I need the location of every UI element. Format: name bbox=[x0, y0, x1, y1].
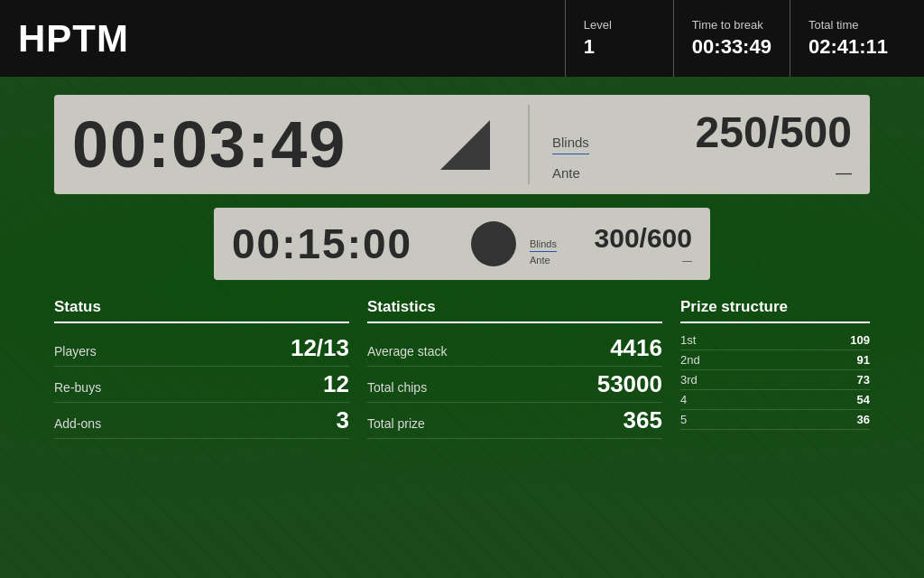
avg-stack-row: Average stack 4416 bbox=[367, 331, 662, 367]
blinds-value-large: 250/500 bbox=[695, 107, 852, 157]
time-to-break-stat: Time to break 00:33:49 bbox=[673, 0, 790, 77]
addons-row: Add-ons 3 bbox=[54, 403, 349, 439]
total-chips-value: 53000 bbox=[597, 370, 662, 398]
blinds-info-large: Blinds 250/500 Ante — bbox=[543, 107, 852, 182]
blinds-value-small: 300/600 bbox=[595, 223, 692, 254]
prize-section: Prize structure 1st1092nd913rd73454536 bbox=[680, 298, 870, 439]
prize-rows: 1st1092nd913rd73454536 bbox=[680, 331, 870, 430]
prize-amount-value: 36 bbox=[857, 413, 870, 426]
prize-place-label: 1st bbox=[680, 333, 696, 347]
app-title: HPTM bbox=[18, 17, 565, 61]
prize-row: 2nd91 bbox=[680, 350, 870, 370]
prize-amount-value: 73 bbox=[857, 373, 870, 387]
prize-title: Prize structure bbox=[680, 298, 870, 323]
total-prize-row: Total prize 365 bbox=[367, 403, 662, 439]
ante-row-large: Ante — bbox=[552, 163, 852, 182]
avg-stack-value: 4416 bbox=[610, 334, 662, 362]
rebuys-row: Re-buys 12 bbox=[54, 367, 349, 403]
blinds-label-small: Blinds bbox=[530, 238, 557, 252]
ante-label-small: Ante bbox=[530, 255, 550, 266]
blinds-info-small: Blinds 300/600 Ante — bbox=[530, 223, 692, 266]
ante-value-small: — bbox=[682, 255, 692, 266]
blinds-label-large: Blinds bbox=[552, 135, 589, 154]
players-label: Players bbox=[54, 344, 97, 359]
status-title: Status bbox=[54, 298, 349, 323]
vertical-divider bbox=[528, 105, 530, 184]
statistics-section: Statistics Average stack 4416 Total chip… bbox=[367, 298, 662, 439]
level-value: 1 bbox=[584, 35, 655, 59]
level-stat: Level 1 bbox=[565, 0, 673, 77]
main-content: 00:03:49 Blinds 250/500 Ante — 00:15:00 … bbox=[0, 77, 924, 457]
addons-value: 3 bbox=[337, 406, 349, 434]
total-time-label: Total time bbox=[808, 18, 888, 32]
header: HPTM Level 1 Time to break 00:33:49 Tota… bbox=[0, 0, 924, 77]
total-time-stat: Total time 02:41:11 bbox=[790, 0, 906, 77]
prize-amount-value: 109 bbox=[850, 333, 870, 347]
total-chips-row: Total chips 53000 bbox=[367, 367, 662, 403]
prize-row: 3rd73 bbox=[680, 370, 870, 390]
addons-label: Add-ons bbox=[54, 416, 101, 431]
ante-label-large: Ante bbox=[552, 165, 580, 181]
prize-row: 536 bbox=[680, 410, 870, 430]
total-prize-value: 365 bbox=[624, 406, 662, 434]
time-to-break-label: Time to break bbox=[692, 18, 772, 32]
players-row: Players 12/13 bbox=[54, 331, 349, 367]
rebuys-value: 12 bbox=[323, 370, 349, 398]
header-stats: Level 1 Time to break 00:33:49 Total tim… bbox=[565, 0, 906, 77]
timer-display-large: 00:03:49 bbox=[72, 107, 415, 182]
prize-place-label: 4 bbox=[680, 393, 687, 406]
players-value: 12/13 bbox=[291, 334, 349, 362]
timer-panel-small: 00:15:00 Blinds 300/600 Ante — bbox=[214, 208, 710, 280]
timer-icon-large bbox=[433, 113, 496, 176]
prize-place-label: 2nd bbox=[680, 353, 700, 367]
ante-row-small: Ante — bbox=[530, 255, 692, 266]
total-prize-label: Total prize bbox=[367, 416, 425, 431]
prize-amount-value: 91 bbox=[857, 353, 870, 367]
statistics-title: Statistics bbox=[367, 298, 662, 323]
prize-row: 1st109 bbox=[680, 331, 870, 350]
total-chips-label: Total chips bbox=[367, 380, 427, 395]
total-time-value: 02:41:11 bbox=[808, 35, 888, 59]
timer-panel-large: 00:03:49 Blinds 250/500 Ante — bbox=[54, 95, 870, 194]
prize-place-label: 5 bbox=[680, 413, 687, 426]
prize-amount-value: 54 bbox=[857, 393, 870, 406]
prize-place-label: 3rd bbox=[680, 373, 698, 387]
status-section: Status Players 12/13 Re-buys 12 Add-ons … bbox=[54, 298, 349, 439]
rebuys-label: Re-buys bbox=[54, 380, 101, 395]
time-to-break-value: 00:33:49 bbox=[692, 35, 772, 59]
timer-circle-icon bbox=[471, 221, 516, 266]
timer-display-small: 00:15:00 bbox=[232, 219, 457, 268]
bottom-stats: Status Players 12/13 Re-buys 12 Add-ons … bbox=[54, 298, 870, 439]
corner-shape-icon bbox=[440, 120, 490, 170]
ante-value-large: — bbox=[836, 163, 852, 182]
prize-row: 454 bbox=[680, 390, 870, 410]
level-label: Level bbox=[584, 18, 655, 32]
avg-stack-label: Average stack bbox=[367, 344, 447, 359]
